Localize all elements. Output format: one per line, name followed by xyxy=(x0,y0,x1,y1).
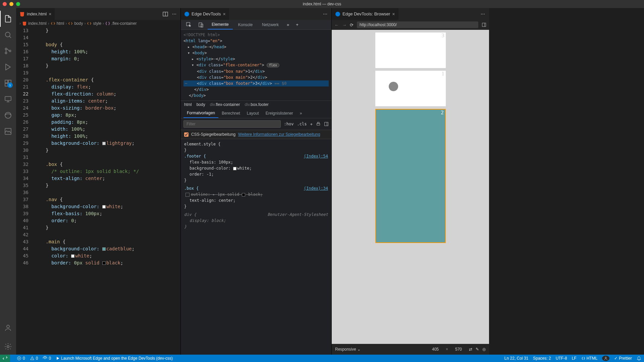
tab-elements[interactable]: Elemente xyxy=(208,20,233,29)
window-title: index.html — dev-css xyxy=(303,2,341,6)
settings-gear-icon[interactable] xyxy=(0,339,16,355)
more-actions-icon[interactable]: ⋯ xyxy=(172,11,176,17)
eol[interactable]: LF xyxy=(572,356,577,361)
source-link[interactable]: (Index):34 xyxy=(304,185,328,191)
rule-checkbox[interactable] xyxy=(185,193,190,197)
styles-rules[interactable]: element.style { } .footer {(Index):54 fl… xyxy=(181,139,331,355)
preview-viewport[interactable]: 3 1 2 xyxy=(332,30,489,344)
remote-indicator[interactable] xyxy=(0,355,10,362)
preview-box-1: 1 xyxy=(375,71,446,106)
edit-icon[interactable]: ✎ xyxy=(476,347,479,352)
svg-point-10 xyxy=(7,325,9,328)
rotate-icon[interactable]: ⇄ xyxy=(469,347,472,352)
dom-tree[interactable]: <!DOCTYPE html> <html lang="en"> ▸ <head… xyxy=(181,30,331,101)
back-icon[interactable]: ← xyxy=(334,22,339,27)
panel-icon[interactable] xyxy=(324,122,329,126)
reload-icon[interactable]: ⟳ xyxy=(350,22,354,27)
code-icon xyxy=(51,21,55,26)
tab-browser[interactable]: Edge DevTools: Browser × xyxy=(332,8,399,20)
tab-computed[interactable]: Berechnet xyxy=(218,108,244,118)
flex-badge[interactable]: flex xyxy=(267,63,279,67)
dom-bc-html[interactable]: html xyxy=(184,102,192,107)
new-rule-icon[interactable]: + xyxy=(310,122,313,127)
tab-devtools[interactable]: Edge DevTools × xyxy=(181,8,229,20)
dom-bc-footer[interactable]: div.box.footer xyxy=(245,102,269,107)
close-window-button[interactable] xyxy=(3,2,7,6)
close-icon[interactable]: × xyxy=(392,11,395,17)
more-actions-icon[interactable]: ⋯ xyxy=(481,11,485,16)
mirror-checkbox[interactable] xyxy=(184,132,189,137)
account-icon[interactable] xyxy=(0,320,16,336)
styles-filter-input[interactable] xyxy=(183,120,281,128)
tab-styles[interactable]: Formatvorlagen xyxy=(183,108,218,118)
explorer-icon[interactable] xyxy=(0,11,16,27)
device-icon[interactable] xyxy=(196,20,206,29)
port-forward[interactable]: 0 xyxy=(43,356,51,361)
device-select[interactable]: Responsive ⌄ xyxy=(335,347,361,352)
viewport-width[interactable]: 405 xyxy=(428,347,442,352)
tab-console[interactable]: Konsole xyxy=(234,20,257,29)
activity-bar: 1 xyxy=(0,8,16,355)
breadcrumb-file[interactable]: index.html xyxy=(28,21,47,26)
remote-icon[interactable] xyxy=(0,91,16,107)
close-icon[interactable]: × xyxy=(49,11,51,17)
add-tab-icon[interactable]: + xyxy=(293,20,301,29)
dom-bc-body[interactable]: body xyxy=(197,102,205,107)
cursor-indicator xyxy=(389,82,398,91)
edge-icon[interactable] xyxy=(0,107,16,123)
more-actions-icon[interactable]: ⋯ xyxy=(323,11,327,16)
breadcrumb-style[interactable]: style xyxy=(93,21,101,26)
html-file-icon xyxy=(22,21,27,26)
indentation[interactable]: Spaces: 2 xyxy=(533,356,551,361)
prettier-status[interactable]: ✓ Prettier xyxy=(614,356,632,361)
live-share-icon[interactable] xyxy=(602,356,609,361)
breadcrumb[interactable]: › index.html › html › body › style › .fl… xyxy=(16,20,180,27)
more-tabs-icon[interactable]: » xyxy=(284,20,292,29)
devtools-main-tabs: Elemente Konsole Netzwerk » + xyxy=(181,20,331,30)
cursor-position[interactable]: Ln 22, Col 31 xyxy=(504,356,528,361)
svg-rect-4 xyxy=(5,80,8,83)
language-mode[interactable]: HTML xyxy=(581,356,598,361)
hov-toggle[interactable]: :hov xyxy=(284,122,294,126)
errors-count[interactable]: 0 xyxy=(17,356,25,361)
more-tabs-icon[interactable]: » xyxy=(297,108,306,118)
close-icon[interactable]: × xyxy=(223,11,225,17)
gallery-icon[interactable] xyxy=(0,123,16,139)
split-editor-icon[interactable] xyxy=(163,11,168,17)
browser-preview-panel: Edge DevTools: Browser × ⋯ ← → ⟳ 3 1 2 R… xyxy=(331,8,489,355)
url-input[interactable] xyxy=(357,21,478,28)
breadcrumb-selector[interactable]: .flex-container xyxy=(111,21,137,26)
source-control-icon[interactable] xyxy=(0,43,16,59)
svg-point-22 xyxy=(335,12,340,16)
cls-toggle[interactable]: .cls xyxy=(297,122,307,126)
mirror-link[interactable]: Weitere Informationen zur Spiegelbearbei… xyxy=(238,132,320,137)
target-icon[interactable]: ◎ xyxy=(482,347,486,352)
encoding[interactable]: UTF-8 xyxy=(556,356,567,361)
forward-icon[interactable]: → xyxy=(342,22,346,27)
breadcrumb-html[interactable]: html xyxy=(57,21,64,26)
run-debug-icon[interactable] xyxy=(0,59,16,75)
search-icon[interactable] xyxy=(0,27,16,43)
svg-point-2 xyxy=(5,52,7,54)
minimize-window-button[interactable] xyxy=(9,2,13,6)
code-editor[interactable]: 1314151617181920212223242526272829303132… xyxy=(16,27,180,355)
tab-listeners[interactable]: Ereignislistener xyxy=(262,108,297,118)
tab-index-html[interactable]: index.html × xyxy=(16,8,55,20)
print-icon[interactable] xyxy=(316,122,321,126)
source-link[interactable]: (Index):54 xyxy=(304,153,328,159)
dom-breadcrumb[interactable]: html body div.flex-container div.box.foo… xyxy=(181,101,331,108)
breadcrumb-body[interactable]: body xyxy=(74,21,83,26)
inspect-icon[interactable] xyxy=(183,20,194,29)
tab-network[interactable]: Netzwerk xyxy=(258,20,283,29)
viewport-height[interactable]: 570 xyxy=(451,347,466,352)
dom-bc-container[interactable]: div.flex-container xyxy=(210,102,240,107)
tab-layout[interactable]: Layout xyxy=(244,108,262,118)
dock-icon[interactable] xyxy=(482,22,486,27)
code-content[interactable]: } body { height: 100%; margin: 0; } .fle… xyxy=(35,27,180,355)
notifications-icon[interactable] xyxy=(637,356,641,361)
maximize-window-button[interactable] xyxy=(16,2,20,6)
launch-task[interactable]: Launch Microsoft Edge and open the Edge … xyxy=(56,356,173,361)
extensions-icon[interactable]: 1 xyxy=(0,75,16,91)
brackets-icon xyxy=(105,21,110,26)
warnings-count[interactable]: 0 xyxy=(30,356,38,361)
